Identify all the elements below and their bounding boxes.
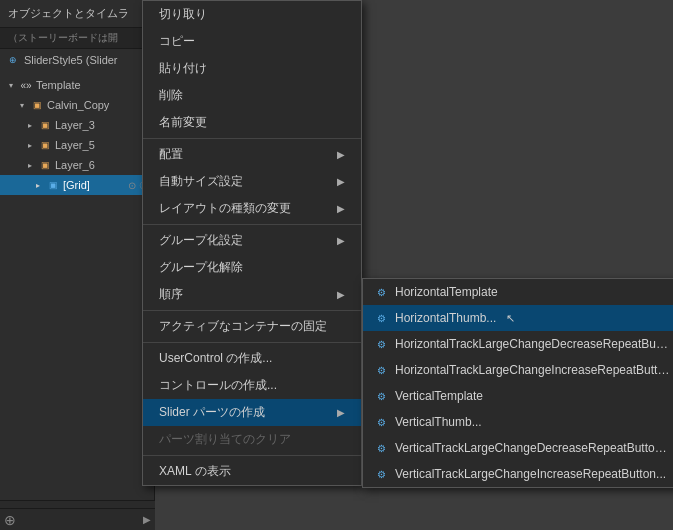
slider-parts-submenu: ⚙ HorizontalTemplate ⚙ HorizontalThumb..… [362, 278, 673, 488]
sub-icon-1: ⚙ [373, 310, 389, 326]
sub-icon-4: ⚙ [373, 388, 389, 404]
context-menu: 切り取り コピー 貼り付け 削除 名前変更 配置▶ 自動サイズ設定▶ レイアウト… [142, 0, 362, 486]
sub-label-4: VerticalTemplate [395, 389, 483, 403]
ctx-delete[interactable]: 削除 [143, 82, 361, 109]
layer6-label: Layer_6 [55, 159, 95, 171]
sub-label-5: VerticalThumb... [395, 415, 482, 429]
sub-label-3: HorizontalTrackLargeChangeIncreaseRepeat… [395, 363, 671, 377]
expand-icon-grid[interactable]: ▸ [33, 180, 43, 190]
ctx-layout[interactable]: レイアウトの種類の変更▶ [143, 195, 361, 222]
ctx-ungroup[interactable]: グループ化解除 [143, 254, 361, 281]
toolbar-extras: ▶ [143, 514, 151, 525]
expand-icon-calvin[interactable]: ▾ [17, 100, 27, 110]
cursor-indicator: ↖ [506, 312, 515, 325]
ctx-rename[interactable]: 名前変更 [143, 109, 361, 136]
group-arrow: ▶ [337, 235, 345, 246]
ctx-sep3 [143, 310, 361, 311]
ctx-sep2 [143, 224, 361, 225]
panel-toolbar: ⊕ ▶ [0, 508, 155, 530]
ctx-arrange[interactable]: 配置▶ [143, 141, 361, 168]
expand-icon-layer3[interactable]: ▸ [25, 120, 35, 130]
calvin-icon: ▣ [30, 98, 44, 112]
ctx-xaml[interactable]: XAML の表示 [143, 458, 361, 485]
tree-item-layer5[interactable]: ▸ ▣ Layer_5 [0, 135, 154, 155]
sub-label-6: VerticalTrackLargeChangeDecreaseRepeatBu… [395, 441, 671, 455]
ctx-usercontrol[interactable]: UserControl の作成... [143, 345, 361, 372]
layer6-icon: ▣ [38, 158, 52, 172]
tree-item-layer6[interactable]: ▸ ▣ Layer_6 [0, 155, 154, 175]
ctx-sep1 [143, 138, 361, 139]
sub-label-0: HorizontalTemplate [395, 285, 498, 299]
tree-item-calvin[interactable]: ▾ ▣ Calvin_Copy [0, 95, 154, 115]
ctx-sep5 [143, 455, 361, 456]
add-button[interactable]: ⊕ [4, 512, 16, 528]
sub-vertical-decrease[interactable]: ⚙ VerticalTrackLargeChangeDecreaseRepeat… [363, 435, 673, 461]
calvin-label: Calvin_Copy [47, 99, 109, 111]
sub-icon-6: ⚙ [373, 440, 389, 456]
expand-icon-layer5[interactable]: ▸ [25, 140, 35, 150]
slider-icon: ⊕ [6, 53, 20, 67]
order-arrow: ▶ [337, 289, 345, 300]
slider-item[interactable]: ⊕ SliderStyle5 (Slider [0, 49, 154, 71]
sub-label-2: HorizontalTrackLargeChangeDecreaseRepeat… [395, 337, 671, 351]
ctx-make-control[interactable]: コントロールの作成... [143, 372, 361, 399]
sub-label-7: VerticalTrackLargeChangeIncreaseRepeatBu… [395, 467, 666, 481]
tree-item-template[interactable]: ▾ «» Template [0, 75, 154, 95]
sub-horizontal-increase[interactable]: ⚙ HorizontalTrackLargeChangeIncreaseRepe… [363, 357, 673, 383]
autosize-arrow: ▶ [337, 176, 345, 187]
layer3-label: Layer_3 [55, 119, 95, 131]
ctx-paste[interactable]: 貼り付け [143, 55, 361, 82]
sub-icon-7: ⚙ [373, 466, 389, 482]
sub-icon-2: ⚙ [373, 336, 389, 352]
layer3-icon: ▣ [38, 118, 52, 132]
left-panel: オブジェクトとタイムラ （ストーリーボードは開 ⊕ SliderStyle5 (… [0, 0, 155, 530]
slider-label: SliderStyle5 (Slider [24, 54, 118, 66]
template-icon: «» [19, 78, 33, 92]
sub-horizontal-template[interactable]: ⚙ HorizontalTemplate [363, 279, 673, 305]
grid-label: [Grid] [63, 179, 90, 191]
sub-icon-3: ⚙ [373, 362, 389, 378]
template-label: Template [36, 79, 81, 91]
layer5-icon: ▣ [38, 138, 52, 152]
ctx-autosize[interactable]: 自動サイズ設定▶ [143, 168, 361, 195]
ctx-order[interactable]: 順序▶ [143, 281, 361, 308]
horizontal-scrollbar[interactable] [0, 500, 155, 508]
sub-horizontal-thumb[interactable]: ⚙ HorizontalThumb... ↖ [363, 305, 673, 331]
sub-vertical-increase[interactable]: ⚙ VerticalTrackLargeChangeIncreaseRepeat… [363, 461, 673, 487]
sub-horizontal-decrease[interactable]: ⚙ HorizontalTrackLargeChangeDecreaseRepe… [363, 331, 673, 357]
grid-icon: ▣ [46, 178, 60, 192]
sub-icon-0: ⚙ [373, 284, 389, 300]
panel-subtitle: （ストーリーボードは開 [0, 28, 154, 49]
ctx-active-container[interactable]: アクティブなコンテナーの固定 [143, 313, 361, 340]
tree-item-grid[interactable]: ▸ ▣ [Grid] ⊙ ☉ [0, 175, 154, 195]
sub-icon-5: ⚙ [373, 414, 389, 430]
ctx-group[interactable]: グループ化設定▶ [143, 227, 361, 254]
sub-label-1: HorizontalThumb... [395, 311, 496, 325]
ctx-copy[interactable]: コピー [143, 28, 361, 55]
ctx-slider-parts[interactable]: Slider パーツの作成▶ [143, 399, 361, 426]
layer5-label: Layer_5 [55, 139, 95, 151]
arrange-arrow: ▶ [337, 149, 345, 160]
expand-icon-template[interactable]: ▾ [6, 80, 16, 90]
panel-title: オブジェクトとタイムラ [0, 0, 154, 28]
slider-parts-arrow: ▶ [337, 407, 345, 418]
ctx-cut[interactable]: 切り取り [143, 1, 361, 28]
ctx-clear-parts: パーツ割り当てのクリア [143, 426, 361, 453]
tree-item-layer3[interactable]: ▸ ▣ Layer_3 [0, 115, 154, 135]
sub-vertical-thumb[interactable]: ⚙ VerticalThumb... [363, 409, 673, 435]
layout-arrow: ▶ [337, 203, 345, 214]
expand-icon-layer6[interactable]: ▸ [25, 160, 35, 170]
sub-vertical-template[interactable]: ⚙ VerticalTemplate [363, 383, 673, 409]
ctx-sep4 [143, 342, 361, 343]
